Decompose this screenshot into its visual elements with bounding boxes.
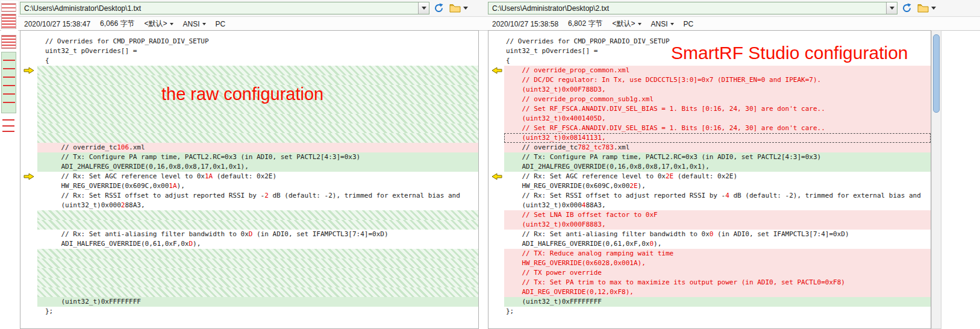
code-line[interactable]: HW_REG_OVERRIDE(0x6028,0x001A), <box>504 258 931 268</box>
code-line[interactable]: (uint32_t)0x4001405D, <box>504 114 931 124</box>
left-encoding-dropdown[interactable]: ANSI <box>183 20 206 28</box>
code-line[interactable]: (uint32_t)0xFFFFFFFF <box>37 297 478 307</box>
copy-to-right-button[interactable] <box>23 173 34 180</box>
code-line[interactable]: // override_tc782_tc783.xml <box>504 143 931 152</box>
diff-row: // override_prop_common_sub1g.xml <box>488 95 931 104</box>
code-line[interactable]: ADI_2HALFREG_OVERRIDE(0,16,0x8,0x8,17,0x… <box>504 162 931 172</box>
gutter-cell <box>488 143 504 152</box>
diff-row <box>20 278 478 287</box>
code-line[interactable]: // Set RF_FSCA.ANADIV.DIV_SEL_BIAS = 1. … <box>504 104 931 114</box>
app-window: { "left_file": { "path": "C:\\Users\\Adm… <box>0 0 980 329</box>
code-line[interactable]: (uint32_t)0x000288A3, <box>37 201 478 210</box>
gutter-cell <box>20 66 37 75</box>
right-file-size: 6,802 字节 <box>568 19 602 29</box>
code-line[interactable]: // override_prop_common_sub1g.xml <box>504 95 931 104</box>
code-line[interactable]: // Tx: Configure PA ramp time, PACTL2.RC… <box>37 152 478 162</box>
chevron-down-icon <box>463 7 468 10</box>
diff-row: ADI_2HALFREG_OVERRIDE(0,16,0x8,0x8,17,0x… <box>20 162 478 172</box>
gutter-cell <box>488 133 504 143</box>
code-line[interactable]: ADI_REG_OVERRIDE(0,12,0xF8), <box>504 287 931 297</box>
left-browse-button[interactable] <box>448 2 462 14</box>
code-line[interactable] <box>37 66 478 75</box>
left-refresh-button[interactable] <box>431 2 446 14</box>
code-line[interactable]: // Set LNA IB offset factor to 0xF <box>504 210 931 220</box>
code-line[interactable]: uint32_t pOverrides[] = <box>37 46 478 56</box>
code-line[interactable]: // TX power override <box>504 268 931 278</box>
code-line[interactable] <box>37 249 478 258</box>
vertical-scrollbar[interactable] <box>931 30 941 329</box>
code-line[interactable] <box>37 114 478 124</box>
left-path-dropdown-button[interactable] <box>418 2 429 14</box>
code-line[interactable]: // Tx: Set PA trim to max to maximize it… <box>504 278 931 287</box>
code-line[interactable]: // Rx: Set AGC reference level to 0x1A (… <box>37 172 478 181</box>
diff-row <box>20 114 478 124</box>
right-format-dropdown[interactable]: <默认> <box>612 19 641 29</box>
left-file-path-combo[interactable]: C:\Users\Administrator\Desktop\1.txt <box>20 2 429 14</box>
code-line[interactable]: // Rx: Set RSSI offset to adjust reporte… <box>37 191 478 201</box>
code-line[interactable] <box>37 133 478 143</box>
code-line[interactable]: // Tx: Configure PA ramp time, PACTL2.RC… <box>504 152 931 162</box>
code-line[interactable]: // Rx: Set anti-aliasing filter bandwidt… <box>504 230 931 239</box>
code-line[interactable]: // override_prop_common.xml <box>504 66 931 75</box>
left-pane[interactable]: // Overrides for CMD_PROP_RADIO_DIV_SETU… <box>20 30 479 329</box>
code-line[interactable] <box>37 287 478 297</box>
code-line[interactable]: // Overrides for CMD_PROP_RADIO_DIV_SETU… <box>37 37 478 46</box>
diff-row: // Tx: Set PA trim to max to maximize it… <box>488 278 931 287</box>
gutter-cell <box>488 172 504 181</box>
left-browse-dropdown-button[interactable] <box>462 2 469 14</box>
code-line[interactable] <box>37 268 478 278</box>
code-line[interactable]: (uint32_t)0x000488A3, <box>504 201 931 210</box>
code-line[interactable]: { <box>37 56 478 66</box>
diff-row: (uint32_t)0x000F8883, <box>488 220 931 230</box>
code-line[interactable]: // Rx: Set RSSI offset to adjust reporte… <box>504 191 931 201</box>
code-line[interactable]: // override_tc106.xml <box>37 143 478 152</box>
right-pane[interactable]: // Overrides for CMD_PROP_RADIO_DIV_SETU… <box>488 30 931 329</box>
code-line[interactable]: HW_REG_OVERRIDE(0x609C,0x002E), <box>504 181 931 191</box>
diff-row: // override_tc106.xml <box>20 143 478 152</box>
code-line[interactable]: (uint32_t)0x08141131, <box>504 133 931 143</box>
right-file-path-combo[interactable]: C:\Users\Administrator\Desktop\2.txt <box>488 2 897 14</box>
copy-to-left-button[interactable] <box>492 173 502 180</box>
code-line[interactable]: // TX: Reduce analog ramping wait time <box>504 249 931 258</box>
code-line[interactable]: ADI_HALFREG_OVERRIDE(0,61,0xF,0x0), <box>504 239 931 249</box>
code-line[interactable]: (uint32_t)0x00F788D3, <box>504 85 931 95</box>
code-line[interactable]: // Set RF_FSCA.ANADIV.DIV_SEL_BIAS = 1. … <box>504 124 931 133</box>
code-line[interactable]: // Rx: Set anti-aliasing filter bandwidt… <box>37 230 478 239</box>
diff-row: // Set RF_FSCA.ANADIV.DIV_SEL_BIAS = 1. … <box>488 124 931 133</box>
diff-row: (uint32_t)0xFFFFFFFF <box>20 297 478 307</box>
code-line[interactable]: }; <box>37 307 478 316</box>
left-file-size: 6,066 字节 <box>100 19 134 29</box>
right-browse-dropdown-button[interactable] <box>930 2 937 14</box>
chevron-down-icon <box>890 7 894 10</box>
left-format-dropdown[interactable]: <默认> <box>144 19 173 29</box>
diff-row: (uint32_t)0x4001405D, <box>488 114 931 124</box>
code-line[interactable]: (uint32_t)0xFFFFFFFF <box>504 297 931 307</box>
code-line[interactable] <box>37 210 478 220</box>
right-file-modified: 2020/10/27 15:38:58 <box>492 20 558 28</box>
code-line[interactable] <box>37 104 478 114</box>
code-line[interactable] <box>37 278 478 287</box>
diff-row <box>20 258 478 268</box>
right-encoding-dropdown[interactable]: ANSI <box>651 20 674 28</box>
code-line[interactable]: HW_REG_OVERRIDE(0x609C,0x001A), <box>37 181 478 191</box>
code-line[interactable]: ADI_HALFREG_OVERRIDE(0,61,0xF,0xD), <box>37 239 478 249</box>
diff-row: // Rx: Set RSSI offset to adjust reporte… <box>488 191 931 201</box>
code-line[interactable]: // DC/DC regulator: In Tx, use DCDCCTL5[… <box>504 75 931 85</box>
copy-to-right-button[interactable] <box>23 67 34 74</box>
code-line[interactable] <box>37 220 478 230</box>
gutter-cell <box>20 114 37 124</box>
scrollbar-thumb[interactable] <box>933 34 940 113</box>
right-refresh-button[interactable] <box>899 2 914 14</box>
code-line[interactable]: // Rx: Set AGC reference level to 0x2E (… <box>504 172 931 181</box>
copy-to-left-button[interactable] <box>492 67 502 74</box>
code-line[interactable] <box>37 75 478 85</box>
code-line[interactable] <box>37 258 478 268</box>
code-line[interactable] <box>37 124 478 133</box>
code-line[interactable]: ADI_2HALFREG_OVERRIDE(0,16,0x8,0x8,17,0x… <box>37 162 478 172</box>
code-line[interactable]: }; <box>504 307 931 316</box>
right-path-dropdown-button[interactable] <box>886 2 897 14</box>
code-line[interactable]: (uint32_t)0x000F8883, <box>504 220 931 230</box>
diff-row: ADI_HALFREG_OVERRIDE(0,61,0xF,0xD), <box>20 239 478 249</box>
right-browse-button[interactable] <box>916 2 930 14</box>
gutter-cell <box>20 75 37 85</box>
